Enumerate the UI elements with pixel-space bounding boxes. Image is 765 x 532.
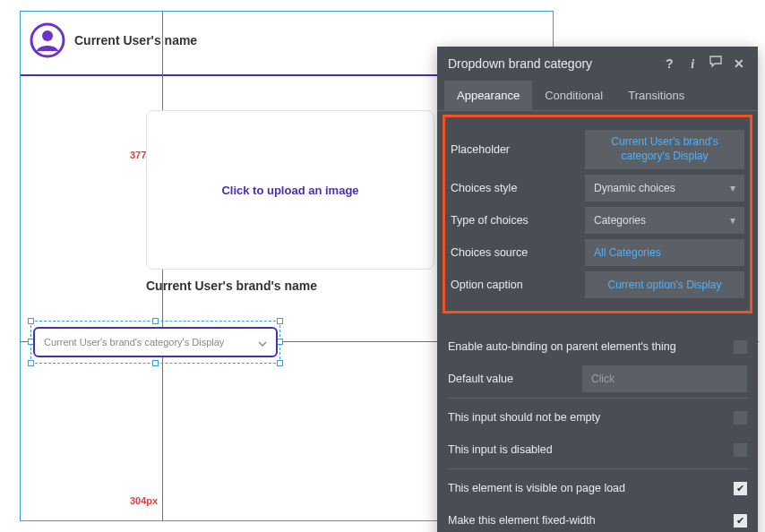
property-panel[interactable]: Dropdown brand category ? i ✕ Appearance…: [437, 47, 758, 532]
tab-conditional[interactable]: Conditional: [532, 81, 615, 110]
chevron-down-icon: [258, 336, 267, 349]
type-choices-label: Type of choices: [451, 214, 585, 227]
choices-style-value: Dynamic choices: [594, 182, 675, 194]
row-fixed-width: Make this element fixed-width: [448, 507, 747, 532]
default-value-placeholder: Click: [591, 373, 615, 385]
visible-on-load-checkbox[interactable]: [734, 482, 747, 495]
disabled-checkbox[interactable]: [734, 443, 747, 457]
highlighted-section: Placeholder Current User's brand's categ…: [443, 115, 752, 313]
user-name-text: Current User's name: [74, 33, 197, 47]
info-icon[interactable]: i: [684, 57, 701, 72]
close-icon[interactable]: ✕: [731, 56, 747, 71]
default-value-field[interactable]: Click: [582, 365, 747, 392]
placeholder-field[interactable]: Current User's brand's category's Displa…: [585, 130, 744, 169]
row-option-caption: Option caption Current option's Display: [451, 271, 744, 298]
resize-handle[interactable]: [277, 360, 283, 366]
brand-name-text: Current User's brand's name: [146, 279, 317, 293]
choices-style-label: Choices style: [451, 182, 585, 194]
help-icon[interactable]: ?: [661, 56, 677, 71]
row-visible-on-load: This element is visible on page load: [448, 475, 747, 502]
section-bindings: Enable auto-binding on parent element's …: [437, 319, 758, 532]
auto-binding-label: Enable auto-binding on parent element's …: [448, 340, 734, 353]
option-caption-value: Current option's Display: [594, 279, 735, 291]
chevron-down-icon: ▾: [730, 182, 735, 194]
resize-handle[interactable]: [28, 318, 34, 324]
row-default-value: Default value Click: [448, 365, 747, 392]
dropdown-element[interactable]: Current User's brand's category's Displa…: [33, 327, 278, 357]
choices-style-field[interactable]: Dynamic choices ▾: [585, 175, 744, 202]
row-auto-binding: Enable auto-binding on parent element's …: [448, 333, 747, 360]
svg-point-1: [42, 30, 53, 41]
default-value-label: Default value: [448, 373, 582, 385]
visible-on-load-label: This element is visible on page load: [448, 482, 734, 494]
divider: [448, 398, 747, 399]
auto-binding-checkbox[interactable]: [734, 340, 747, 354]
resize-handle[interactable]: [152, 360, 159, 366]
tab-appearance[interactable]: Appearance: [444, 81, 532, 110]
image-uploader[interactable]: Click to upload an image: [146, 110, 434, 270]
fixed-width-checkbox[interactable]: [734, 514, 747, 528]
row-choices-style: Choices style Dynamic choices ▾: [451, 175, 744, 202]
chevron-down-icon: ▾: [730, 214, 735, 227]
choices-source-value: All Categories: [594, 246, 735, 259]
panel-header[interactable]: Dropdown brand category ? i ✕: [437, 47, 758, 81]
resize-handle[interactable]: [28, 360, 34, 366]
panel-header-icons: ? i ✕: [658, 56, 747, 72]
dropdown-placeholder-text: Current User's brand's category's Displa…: [44, 337, 224, 348]
tab-transitions[interactable]: Transitions: [615, 81, 697, 110]
not-empty-label: This input should not be empty: [448, 411, 734, 424]
type-choices-value: Categories: [594, 214, 646, 227]
placeholder-value: Current User's brand's category's Displa…: [594, 135, 735, 163]
not-empty-checkbox[interactable]: [734, 411, 747, 425]
panel-title: Dropdown brand category: [448, 56, 658, 71]
row-choices-source: Choices source All Categories: [451, 239, 744, 266]
row-not-empty: This input should not be empty: [448, 404, 747, 431]
row-placeholder: Placeholder Current User's brand's categ…: [451, 130, 744, 169]
type-choices-field[interactable]: Categories ▾: [585, 207, 744, 234]
uploader-label: Click to upload an image: [221, 184, 358, 197]
divider: [448, 468, 747, 469]
placeholder-label: Placeholder: [451, 143, 585, 156]
row-disabled: This input is disabled: [448, 436, 747, 463]
row-type-choices: Type of choices Categories ▾: [451, 207, 744, 234]
comment-icon[interactable]: [708, 56, 724, 68]
option-caption-field[interactable]: Current option's Display: [585, 271, 744, 298]
choices-source-field[interactable]: All Categories: [585, 239, 744, 266]
dimension-label-bottom: 304px: [130, 495, 158, 506]
resize-handle[interactable]: [277, 339, 283, 345]
resize-handle[interactable]: [152, 318, 159, 324]
fixed-width-label: Make this element fixed-width: [448, 514, 734, 527]
choices-source-label: Choices source: [451, 246, 585, 259]
option-caption-label: Option caption: [451, 279, 585, 291]
panel-tabs: Appearance Conditional Transitions: [437, 81, 758, 111]
resize-handle[interactable]: [277, 318, 283, 324]
disabled-label: This input is disabled: [448, 443, 734, 456]
avatar-icon: [30, 22, 65, 58]
